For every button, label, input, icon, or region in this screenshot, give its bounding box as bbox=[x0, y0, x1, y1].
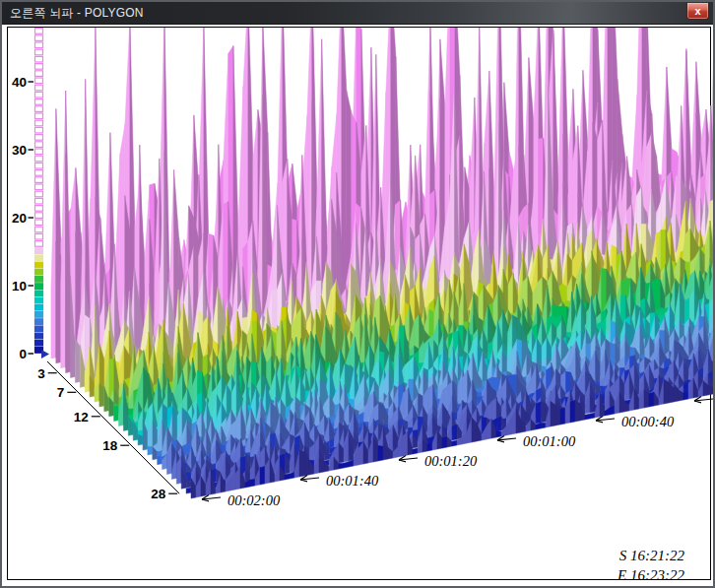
title-bar[interactable]: 오른쪽 뇌파 - POLYGON x bbox=[2, 2, 713, 25]
window-title: 오른쪽 뇌파 - POLYGON bbox=[10, 2, 144, 24]
eeg-polygon-3d-chart: 0102030403712182800:00:4000:01:0000:01:2… bbox=[8, 28, 715, 581]
svg-text:30: 30 bbox=[12, 143, 27, 158]
svg-text:7: 7 bbox=[57, 385, 65, 400]
svg-text:12: 12 bbox=[74, 410, 89, 425]
svg-text:10: 10 bbox=[12, 279, 27, 294]
svg-text:00:00:40: 00:00:40 bbox=[621, 414, 675, 429]
svg-text:0: 0 bbox=[19, 347, 27, 361]
svg-text:28: 28 bbox=[151, 487, 166, 501]
close-icon: x bbox=[694, 5, 700, 17]
svg-text:18: 18 bbox=[102, 438, 118, 453]
svg-text:00:01:20: 00:01:20 bbox=[424, 453, 478, 469]
app-window: 오른쪽 뇌파 - POLYGON x 0102030403712182800:0… bbox=[0, 0, 715, 588]
svg-text:S 16:21:22: S 16:21:22 bbox=[619, 548, 685, 563]
svg-text:40: 40 bbox=[12, 75, 27, 90]
svg-text:00:01:40: 00:01:40 bbox=[326, 473, 379, 489]
svg-text:00:02:00: 00:02:00 bbox=[228, 492, 281, 508]
svg-text:E 16:23:22: E 16:23:22 bbox=[617, 567, 684, 581]
svg-text:3: 3 bbox=[37, 366, 45, 381]
plot-client-area: 0102030403712182800:00:4000:01:0000:01:2… bbox=[4, 25, 713, 586]
svg-text:20: 20 bbox=[12, 211, 27, 226]
close-button[interactable]: x bbox=[686, 3, 709, 20]
svg-text:00:01:00: 00:01:00 bbox=[523, 433, 576, 449]
